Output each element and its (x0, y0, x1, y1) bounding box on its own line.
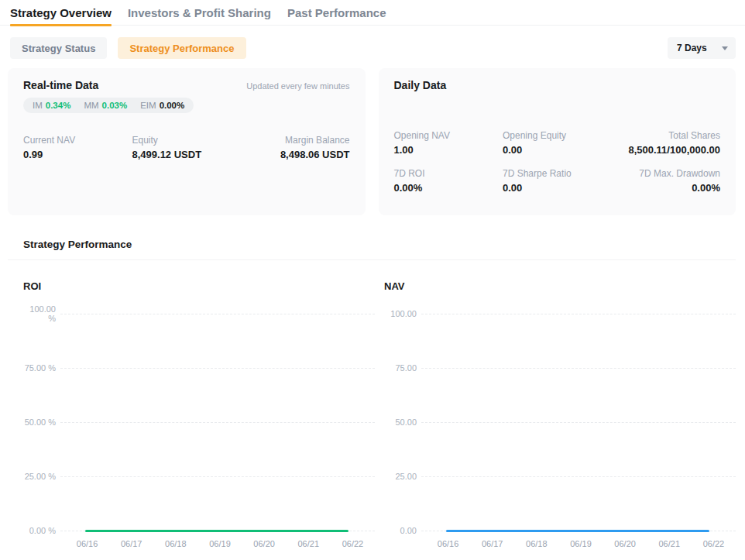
gridline-dash (60, 422, 375, 423)
x-tick-label: 06/20 (603, 539, 647, 548)
metric-label: 7D Max. Drawdown (612, 168, 721, 179)
x-axis-labels: 06/1606/1706/1806/1906/2006/2106/22 (65, 539, 375, 548)
gridline-dash (421, 422, 736, 423)
gridline-dash (421, 314, 736, 314)
metric-total-shares: Total Shares 8,500.11/100,000.00 (612, 130, 721, 156)
metric-value: 0.00 (503, 182, 612, 194)
metric-value: 8,498.06 USDT (241, 149, 350, 160)
gridline-dash (60, 314, 375, 314)
mm-label: MM (84, 101, 98, 110)
x-tick-label: 06/17 (470, 539, 514, 548)
eim-value: 0.00% (160, 101, 185, 110)
metric-value: 0.00 (503, 144, 612, 156)
metric-label: Total Shares (612, 130, 721, 141)
y-gridline: 25.00 (384, 472, 736, 481)
im-value: 0.34% (46, 101, 71, 110)
tab-past-performance[interactable]: Past Performance (287, 0, 386, 26)
chip-strategy-status[interactable]: Strategy Status (10, 37, 107, 59)
y-tick-label: 75.00 (384, 363, 421, 373)
metric-current-nav: Current NAV 0.99 (23, 135, 132, 160)
gridline-dash (421, 368, 736, 369)
plot-area: 100.0075.0050.0025.000.00 (384, 314, 736, 531)
y-gridline: 75.00 % (23, 363, 375, 373)
y-gridline: 50.00 % (23, 417, 375, 427)
roi-chart: ROI 100.00 %75.00 %50.00 %25.00 %0.00 % … (23, 280, 375, 548)
x-tick-label: 06/22 (692, 539, 736, 548)
im-label: IM (33, 101, 43, 110)
gridline-dash (60, 368, 375, 369)
metric-value: 8,499.12 USDT (132, 149, 242, 160)
nav-chart-title: NAV (384, 280, 736, 292)
plot-area: 100.00 %75.00 %50.00 %25.00 %0.00 % (23, 314, 375, 531)
y-tick-label: 25.00 % (23, 472, 60, 481)
metric-value: 0.00% (394, 182, 503, 194)
x-tick-label: 06/16 (426, 539, 470, 548)
x-tick-label: 06/19 (558, 539, 603, 548)
metric-label: Opening Equity (503, 130, 612, 141)
roi-chart-title: ROI (23, 280, 375, 292)
metric-value: 0.99 (23, 149, 132, 160)
nav-chart: NAV 100.0075.0050.0025.000.00 06/1606/17… (384, 280, 736, 548)
metric-label: 7D ROI (394, 168, 503, 179)
y-tick-label: 75.00 % (23, 363, 60, 373)
metric-value: 0.00% (612, 182, 721, 194)
y-tick-label: 0.00 % (23, 526, 60, 535)
charts-row: ROI 100.00 %75.00 %50.00 %25.00 %0.00 % … (8, 280, 736, 548)
mm-ratio: MM0.03% (84, 101, 127, 110)
data-cards-row: Real-time Data Updated every few minutes… (8, 68, 736, 215)
realtime-data-card: Real-time Data Updated every few minutes… (8, 68, 366, 215)
x-tick-label: 06/21 (647, 539, 692, 548)
margin-ratios-pill: IM0.34% MM0.03% EIM0.00% (23, 98, 194, 113)
tab-investors-profit-sharing[interactable]: Investors & Profit Sharing (128, 0, 271, 26)
eim-label: EIM (140, 101, 156, 110)
y-gridline: 25.00 % (23, 472, 375, 481)
tab-strategy-overview[interactable]: Strategy Overview (10, 0, 112, 26)
x-tick-label: 06/16 (65, 539, 109, 548)
metric-opening-equity: Opening Equity 0.00 (503, 130, 612, 156)
x-tick-label: 06/18 (514, 539, 558, 548)
metric-label: 7D Sharpe Ratio (503, 168, 612, 179)
y-tick-label: 50.00 % (23, 417, 60, 427)
eim-ratio: EIM0.00% (140, 101, 184, 110)
y-gridline: 100.00 (384, 309, 736, 318)
strategy-performance-section: Strategy Performance ROI 100.00 %75.00 %… (8, 239, 736, 548)
y-gridline: 100.00 % (23, 304, 375, 323)
y-tick-label: 100.00 (384, 309, 421, 318)
metric-7d-max-drawdown: 7D Max. Drawdown 0.00% (612, 168, 721, 194)
gridline-dash (60, 476, 375, 477)
roi-series-line (85, 530, 348, 532)
nav-series-line (446, 530, 709, 532)
y-gridline: 75.00 (384, 363, 736, 373)
daily-metrics-row-1: Opening NAV 1.00 Opening Equity 0.00 Tot… (394, 130, 721, 156)
metric-margin-balance: Margin Balance 8,498.06 USDT (241, 135, 350, 160)
y-tick-label: 25.00 (384, 472, 421, 481)
x-tick-label: 06/19 (197, 539, 242, 548)
x-axis-labels: 06/1606/1706/1806/1906/2006/2106/22 (426, 539, 736, 548)
metric-label: Current NAV (23, 135, 132, 146)
daily-data-card: Daily Data Opening NAV 1.00 Opening Equi… (379, 68, 736, 215)
metric-label: Equity (132, 135, 242, 146)
period-select-value: 7 Days (677, 43, 707, 53)
x-tick-label: 06/20 (242, 539, 287, 548)
chip-strategy-performance[interactable]: Strategy Performance (118, 37, 245, 59)
y-gridline: 50.00 (384, 417, 736, 427)
metric-7d-roi: 7D ROI 0.00% (394, 168, 503, 194)
metric-label: Margin Balance (241, 135, 350, 146)
metric-opening-nav: Opening NAV 1.00 (394, 130, 503, 156)
section-divider (8, 259, 736, 260)
mm-value: 0.03% (102, 101, 128, 110)
section-title: Strategy Performance (8, 239, 736, 250)
metric-label: Opening NAV (394, 130, 503, 141)
y-tick-label: 0.00 (384, 526, 421, 535)
im-ratio: IM0.34% (33, 101, 70, 110)
x-tick-label: 06/18 (153, 539, 197, 548)
metric-7d-sharpe-ratio: 7D Sharpe Ratio 0.00 (503, 168, 612, 194)
metric-equity: Equity 8,499.12 USDT (132, 135, 242, 160)
x-tick-label: 06/17 (109, 539, 153, 548)
controls-row: Strategy Status Strategy Performance 7 D… (10, 37, 736, 59)
top-tabbar: Strategy Overview Investors & Profit Sha… (0, 0, 745, 26)
daily-metrics-row-2: 7D ROI 0.00% 7D Sharpe Ratio 0.00 7D Max… (394, 168, 721, 194)
realtime-card-title: Real-time Data (23, 79, 98, 91)
period-select[interactable]: 7 Days (668, 37, 736, 59)
realtime-metrics-row: Current NAV 0.99 Equity 8,499.12 USDT Ma… (23, 135, 350, 160)
